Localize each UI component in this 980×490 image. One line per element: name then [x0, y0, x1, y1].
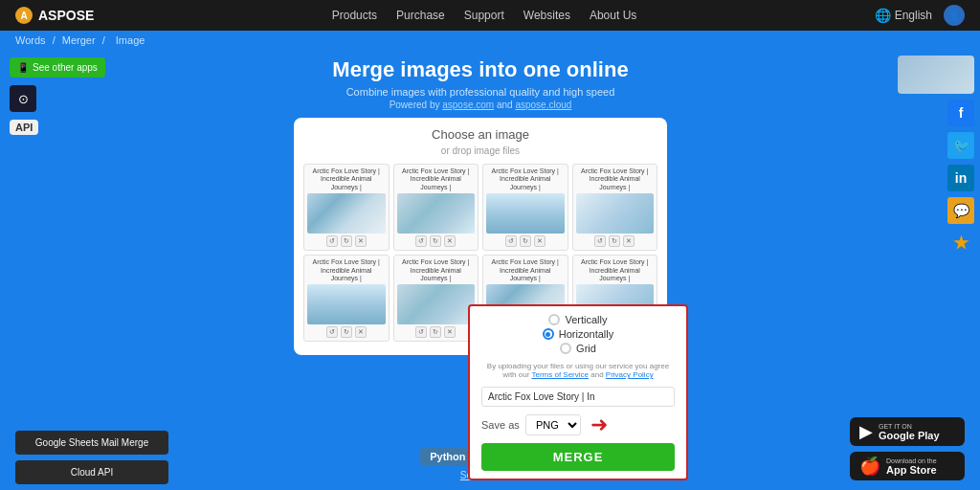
- nav-support[interactable]: Support: [464, 9, 504, 22]
- user-avatar[interactable]: 👤: [944, 5, 965, 26]
- breadcrumb-merger[interactable]: Merger: [62, 34, 96, 46]
- terms-link[interactable]: Terms of Service: [531, 370, 589, 379]
- upload-header: Choose an image: [303, 127, 657, 142]
- radio-grid[interactable]: [560, 343, 571, 354]
- horizontally-option[interactable]: Horizontally: [543, 328, 613, 340]
- rotate-left-icon[interactable]: ↺: [505, 235, 517, 247]
- list-item[interactable]: Arctic Fox Love Story | Incredible Anima…: [572, 164, 658, 251]
- image-title: Arctic Fox Love Story | Incredible Anima…: [397, 258, 476, 282]
- github-icon-button[interactable]: ⊙: [10, 85, 36, 112]
- rotate-left-icon[interactable]: ↺: [594, 235, 606, 247]
- app-store-button[interactable]: 🍎 Download on the App Store: [850, 452, 965, 480]
- format-select[interactable]: PNG JPG BMP TIFF: [525, 414, 581, 435]
- rotate-left-icon[interactable]: ↺: [326, 326, 338, 338]
- image-controls: ↺ ↻ ✕: [307, 326, 386, 338]
- facebook-icon[interactable]: f: [947, 100, 974, 126]
- list-item[interactable]: Arctic Fox Love Story | Incredible Anima…: [303, 164, 390, 251]
- rotate-left-icon[interactable]: ↺: [415, 235, 427, 247]
- bottom-left: Google Sheets Mail Merge Cloud API: [15, 431, 168, 484]
- google-sheets-button[interactable]: Google Sheets Mail Merge: [15, 431, 168, 455]
- image-controls: ↺ ↻ ✕: [486, 235, 565, 247]
- aspose-cloud-link[interactable]: aspose.cloud: [515, 100, 571, 110]
- merge-button[interactable]: MERGE: [481, 443, 675, 471]
- upload-subtext: or drop image files: [303, 145, 657, 156]
- delete-icon[interactable]: ✕: [444, 235, 456, 247]
- star-icon[interactable]: ★: [947, 230, 974, 256]
- google-play-button[interactable]: ▶ GET IT ON Google Play: [850, 417, 965, 446]
- nav-purchase[interactable]: Purchase: [396, 9, 445, 22]
- github-icon: ⊙: [18, 92, 29, 106]
- bottom-right: ▶ GET IT ON Google Play 🍎 Download on th…: [850, 417, 965, 484]
- apple-icon: 🍎: [859, 456, 880, 477]
- list-item[interactable]: Arctic Fox Love Story | Incredible Anima…: [303, 255, 390, 342]
- nav-products[interactable]: Products: [332, 9, 377, 22]
- orientation-radio-group: Vertically Horizontally Grid: [481, 314, 675, 354]
- app-store-small: Download on the: [886, 457, 937, 464]
- arrow-icon: ➜: [590, 412, 608, 437]
- image-controls: ↺ ↻ ✕: [307, 235, 386, 247]
- breadcrumb-words[interactable]: Words: [15, 34, 46, 46]
- page-title: Merge images into one online: [332, 57, 628, 82]
- filename-input[interactable]: [481, 387, 675, 407]
- radio-vertically[interactable]: [548, 314, 560, 325]
- cloud-api-button[interactable]: Cloud API: [15, 460, 168, 484]
- rotate-right-icon[interactable]: ↻: [341, 326, 352, 338]
- image-title: Arctic Fox Love Story | Incredible Anima…: [576, 167, 655, 191]
- see-other-icon: 📱: [17, 62, 29, 73]
- list-item[interactable]: Arctic Fox Love Story | Incredible Anima…: [393, 164, 479, 251]
- breadcrumb: Words / Merger / Image: [0, 31, 980, 50]
- rotate-right-icon[interactable]: ↻: [520, 235, 531, 247]
- image-title: Arctic Fox Love Story | Incredible Anima…: [307, 167, 386, 191]
- image-controls: ↺ ↻ ✕: [397, 235, 476, 247]
- google-play-icon: ▶: [859, 421, 873, 442]
- linkedin-icon[interactable]: in: [947, 165, 974, 191]
- rotate-left-icon[interactable]: ↺: [415, 326, 427, 338]
- nav-right: 🌐 English 👤: [875, 5, 965, 26]
- app-store-big: App Store: [886, 464, 937, 476]
- image-title: Arctic Fox Love Story | Incredible Anima…: [576, 258, 655, 282]
- aspose-com-link[interactable]: aspose.com: [442, 100, 494, 110]
- image-title: Arctic Fox Love Story | Incredible Anima…: [397, 167, 476, 191]
- delete-icon[interactable]: ✕: [534, 235, 546, 247]
- vertically-option[interactable]: Vertically: [548, 314, 607, 325]
- page-subtitle: Combine images with professional quality…: [346, 86, 615, 98]
- delete-icon[interactable]: ✕: [623, 235, 635, 247]
- delete-icon[interactable]: ✕: [355, 235, 367, 247]
- grid-option[interactable]: Grid: [560, 343, 596, 354]
- delete-icon[interactable]: ✕: [444, 326, 456, 338]
- list-item[interactable]: Arctic Fox Love Story | Incredible Anima…: [482, 164, 568, 251]
- language-selector[interactable]: 🌐 English: [875, 8, 932, 23]
- rotate-left-icon[interactable]: ↺: [326, 235, 338, 247]
- logo-text: ASPOSE: [38, 8, 94, 23]
- image-title: Arctic Fox Love Story | Incredible Anima…: [486, 258, 565, 282]
- filename-row: [481, 387, 675, 407]
- rotate-right-icon[interactable]: ↻: [609, 235, 620, 247]
- powered-by: Powered by aspose.com and aspose.cloud: [390, 100, 572, 110]
- messenger-icon[interactable]: 💬: [947, 197, 974, 224]
- thumbnail-preview: [898, 56, 974, 94]
- rotate-right-icon[interactable]: ↻: [341, 235, 352, 247]
- rotate-right-icon[interactable]: ↻: [430, 235, 441, 247]
- twitter-icon[interactable]: 🐦: [947, 132, 974, 159]
- lang-label: English: [895, 9, 932, 22]
- terms-text: By uploading your files or using our ser…: [481, 362, 675, 379]
- top-navigation: A ASPOSE Products Purchase Support Websi…: [0, 0, 980, 31]
- privacy-link[interactable]: Privacy Policy: [606, 370, 654, 379]
- nav-about[interactable]: About Us: [590, 9, 636, 22]
- image-controls: ↺ ↻ ✕: [397, 326, 476, 338]
- google-play-big: Google Play: [879, 430, 940, 441]
- radio-horizontally[interactable]: [543, 328, 554, 340]
- delete-icon[interactable]: ✕: [355, 326, 367, 338]
- image-title: Arctic Fox Love Story | Incredible Anima…: [307, 258, 386, 282]
- tab-python[interactable]: Python: [420, 447, 475, 466]
- logo[interactable]: A ASPOSE: [15, 7, 94, 24]
- nav-menu: Products Purchase Support Websites About…: [332, 9, 637, 22]
- breadcrumb-image: Image: [116, 34, 145, 46]
- rotate-right-icon[interactable]: ↻: [430, 326, 441, 338]
- list-item[interactable]: Arctic Fox Love Story | Incredible Anima…: [393, 255, 479, 342]
- globe-icon: 🌐: [875, 8, 891, 23]
- google-play-small: GET IT ON: [879, 423, 940, 430]
- nav-websites[interactable]: Websites: [523, 9, 570, 22]
- image-title: Arctic Fox Love Story | Incredible Anima…: [486, 167, 565, 191]
- api-button[interactable]: API: [10, 120, 38, 135]
